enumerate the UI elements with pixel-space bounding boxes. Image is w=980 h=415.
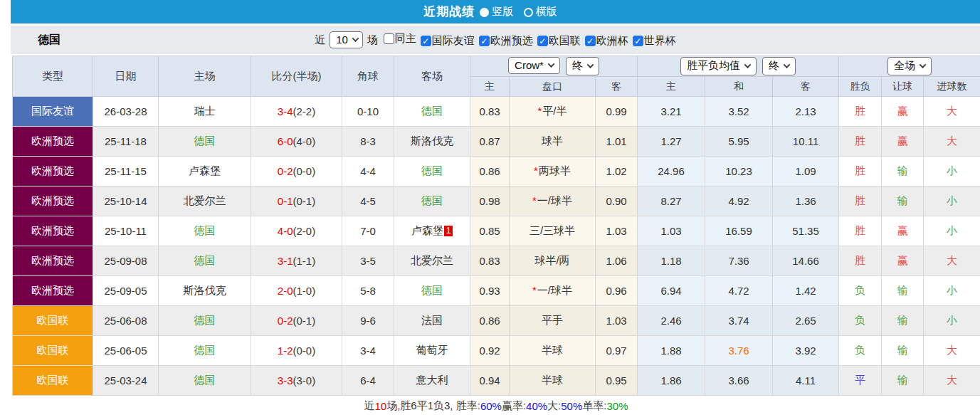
ah-line: *两球半 — [510, 157, 596, 187]
mean-odds: 3.21 — [638, 97, 705, 127]
mean-odds: 14.66 — [773, 246, 839, 276]
match-row: 欧洲预选 25-10-14 北爱尔兰 0-1(0-1) 4-5 德国 0.98 … — [13, 187, 980, 216]
result-cell: 大 — [924, 97, 980, 127]
league-badge: 欧洲预选 — [13, 216, 93, 246]
results-table: 类型 日期 主场 比分(半场) 角球 客场 Crow* 终 胜平负均值 — [12, 56, 980, 396]
league-badge: 国际友谊 — [13, 97, 93, 127]
ah-line: *一/球半 — [510, 187, 596, 216]
subheader-mean-draw: 和 — [705, 77, 773, 97]
ah-home-odds: 0.87 — [470, 127, 510, 157]
home-team: 德国 — [159, 246, 251, 276]
away-team: 葡萄牙 — [394, 336, 470, 366]
league-badge: 欧国联 — [13, 306, 93, 336]
chevron-down-icon — [586, 61, 594, 68]
summary-segment: 50% — [561, 400, 582, 412]
scope-select-group: 全场 — [839, 56, 980, 77]
league-badge: 欧洲预选 — [13, 187, 93, 216]
filter-checkbox[interactable]: 同主 — [379, 32, 416, 46]
result-cell: 胜 — [839, 157, 882, 187]
ah-line: 球半 — [510, 127, 596, 157]
result-cell: 平 — [839, 366, 882, 396]
mean-odds: 4.11 — [773, 366, 839, 396]
checkbox-icon[interactable]: ✓ — [585, 36, 596, 46]
layout-radio-label[interactable]: 横版 — [536, 5, 557, 17]
match-score: 1-2(0-0) — [251, 336, 342, 366]
filter-checkbox[interactable]: ✓欧国联 — [533, 34, 581, 48]
mean-odds: 3.76 — [705, 336, 773, 366]
mean-odds: 10.23 — [705, 157, 773, 187]
scope-select[interactable]: 全场 — [887, 57, 932, 75]
subheader-wdl: 胜负 — [839, 77, 882, 97]
checkbox-icon[interactable]: ✓ — [633, 36, 643, 46]
handicap-select-group: Crow* 终 — [470, 56, 638, 77]
result-cell: 胜 — [839, 97, 882, 127]
ah-home-odds: 0.86 — [470, 157, 510, 187]
filter-checkbox[interactable]: ✓欧洲杯 — [581, 34, 628, 48]
ah-line: *一/球半 — [510, 276, 596, 306]
away-team: 德国 — [394, 97, 470, 127]
checkbox-icon[interactable]: ✓ — [479, 36, 490, 46]
team-name: 德国 — [38, 33, 60, 48]
layout-radio-off[interactable] — [524, 8, 533, 17]
odds-company-select[interactable]: Crow* — [508, 57, 560, 74]
mean-odds: 3.92 — [773, 336, 839, 366]
away-team: 卢森堡1 — [394, 216, 470, 246]
match-row: 欧国联 25-06-05 德国 1-2(0-0) 3-4 葡萄牙 0.92 半球… — [13, 336, 980, 366]
match-count-select[interactable]: 10 — [330, 31, 363, 48]
handicap-time-select[interactable]: 终 — [566, 57, 599, 75]
subheader-ah-away: 客 — [596, 77, 638, 97]
match-score: 3-3(3-0) — [251, 366, 342, 396]
chevron-down-icon — [784, 61, 791, 68]
corner-count: 6-4 — [342, 366, 394, 396]
result-cell: 赢 — [882, 97, 924, 127]
match-date: 25-09-08 — [93, 246, 159, 276]
away-team: 德国 — [394, 157, 470, 187]
ah-away-odds: 1.02 — [596, 157, 638, 187]
summary-segment: 40% — [526, 400, 547, 412]
summary-segment: 单率: — [582, 399, 606, 413]
checkbox-icon[interactable] — [384, 33, 394, 44]
checkbox-icon[interactable]: ✓ — [421, 36, 431, 46]
ah-line: 球半/两 — [510, 246, 596, 276]
corner-count: 4-5 — [342, 187, 394, 216]
result-cell: 赢 — [882, 127, 924, 157]
mean-odds: 2.65 — [773, 306, 839, 336]
ah-home-odds: 0.93 — [470, 276, 510, 306]
match-row: 欧洲预选 25-09-08 德国 3-1(1-1) 3-5 北爱尔兰 0.83 … — [13, 246, 980, 276]
filter-checkbox[interactable]: ✓世界杯 — [628, 34, 676, 48]
match-score: 6-0(4-0) — [251, 127, 342, 157]
filter-checkbox[interactable]: ✓国际友谊 — [416, 34, 475, 48]
ah-home-odds: 0.83 — [470, 97, 510, 127]
match-row: 欧洲预选 25-11-18 德国 6-0(4-0) 8-3 斯洛伐克 0.87 … — [13, 127, 980, 157]
ah-home-odds: 0.86 — [470, 306, 510, 336]
match-score: 0-2(0-0) — [251, 157, 342, 187]
column-header-score: 比分(半场) — [251, 56, 342, 97]
ah-line: 三/三球半 — [510, 216, 596, 246]
match-date: 25-03-24 — [93, 366, 159, 396]
mean-odds: 3.52 — [705, 97, 773, 127]
layout-radio-on[interactable] — [480, 8, 489, 17]
match-row: 欧洲预选 25-09-05 斯洛伐克 2-0(1-0) 5-8 德国 0.93 … — [13, 276, 980, 306]
home-team: 德国 — [159, 306, 251, 336]
mean-odds: 1.09 — [773, 157, 839, 187]
mean-odds: 24.96 — [638, 157, 705, 187]
summary-segment: 60% — [480, 400, 502, 412]
mean-odds: 1.18 — [638, 246, 705, 276]
mean-odds: 1.27 — [638, 127, 705, 157]
subheader-ah-line: 盘口 — [510, 77, 596, 97]
filter-checkbox[interactable]: ✓欧洲预选 — [475, 34, 533, 48]
wdl-mean-select[interactable]: 胜平负均值 — [680, 57, 757, 75]
result-cell: 大 — [924, 366, 980, 396]
mean-odds: 1.86 — [638, 366, 705, 396]
result-cell: 小 — [924, 187, 980, 216]
summary-segment: 10 — [374, 400, 386, 412]
wdl-select-group: 胜平负均值 终 — [638, 56, 839, 77]
layout-radio-label[interactable]: 竖版 — [492, 5, 514, 17]
rank-badge[interactable]: 1 — [444, 226, 453, 236]
column-header-away: 客场 — [394, 56, 470, 97]
wdl-time-select[interactable]: 终 — [762, 57, 796, 75]
ah-away-odds: 1.03 — [596, 306, 638, 336]
match-score: 0-1(0-1) — [251, 187, 342, 216]
chevron-down-icon — [744, 61, 752, 68]
checkbox-icon[interactable]: ✓ — [537, 36, 548, 46]
